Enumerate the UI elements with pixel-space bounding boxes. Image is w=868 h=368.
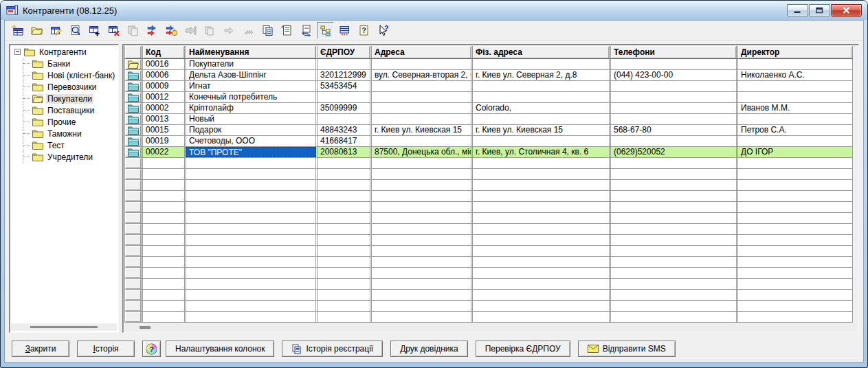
cell-phys_address[interactable]: Colorado, [472,103,610,113]
cell-address[interactable] [371,81,471,91]
column-settings-button[interactable]: Налаштування колонок [166,341,274,357]
cell-director[interactable]: Николаенко А.С. [737,70,853,80]
column-header-phones[interactable]: Телефони [610,46,737,58]
cell-phones[interactable] [610,136,737,146]
cell-name[interactable]: Подарок [186,125,316,135]
cell-edrpou[interactable]: 35099999 [317,103,370,113]
cell-phones[interactable]: 568-67-80 [610,125,737,135]
table-row[interactable]: 00019Счетоводы, ООО41668417 [124,136,853,147]
cell-name[interactable]: Конечный потребитель [186,92,316,102]
row-folder-icon[interactable] [124,114,142,124]
cell-director[interactable] [737,59,853,69]
cell-phones[interactable] [610,81,737,91]
move-item-icon[interactable] [144,22,161,39]
row-folder-icon[interactable] [124,147,142,157]
cell-code[interactable]: 00015 [142,125,185,135]
table-row[interactable]: 00002Кріптолайф35099999Colorado,Иванов М… [124,103,853,114]
cell-phones[interactable] [610,103,737,113]
help-icon[interactable]: ? [355,22,372,39]
document-icon[interactable] [278,22,296,39]
column-header-icon[interactable] [124,46,142,58]
column-header-name[interactable]: Найменування [186,46,316,58]
row-folder-icon[interactable] [124,125,142,135]
close-window-button[interactable] [831,4,862,17]
tree-item[interactable]: Покупатели [11,93,117,104]
edrpou-check-button[interactable]: Перевірка ЄДРПОУ [476,341,570,357]
cell-address[interactable] [371,136,471,146]
tree-root-item[interactable]: Контрагенти [11,46,117,58]
cell-edrpou[interactable]: 41668417 [317,136,370,146]
cell-address[interactable] [371,59,471,69]
table-row[interactable]: 00013Новый [124,114,853,125]
tree-view-icon[interactable] [317,22,334,39]
cell-phys_address[interactable]: г. Киев ул. Киевская 15 [472,125,610,135]
table-row[interactable]: 00012Конечный потребитель [124,92,853,103]
table-hscrollbar-thumb[interactable] [140,326,151,329]
new-record-icon[interactable] [9,22,26,39]
copy-icon[interactable] [259,22,276,39]
cell-name[interactable]: Игнат [186,81,316,91]
cell-phys_address[interactable] [472,136,610,146]
tree-item[interactable]: Банки [11,58,117,69]
column-header-address[interactable]: Адреса [371,46,471,58]
open-folder-icon[interactable] [28,22,45,39]
cell-director[interactable]: ДО ІГОР [737,147,853,157]
maximize-button[interactable] [809,4,830,17]
tree-item[interactable]: Нові (клієнт-банк) [11,69,117,81]
send-sms-button[interactable]: Відправити SMS [578,341,676,357]
cell-phys_address[interactable]: г. Киев ул. Северная 2, д.8 [472,70,610,80]
cell-edrpou[interactable]: 3201212999 [317,70,370,80]
cell-address[interactable]: г. Киев ул. Киевская 15 [371,125,471,135]
cell-edrpou[interactable] [317,92,370,102]
cell-edrpou[interactable]: 48843243 [317,125,370,135]
cell-code[interactable]: 00019 [142,136,185,146]
cell-director[interactable] [737,92,853,102]
tree-item[interactable]: Учредители [11,151,117,163]
table-hscrollbar[interactable] [124,323,857,331]
cell-address[interactable] [371,103,471,113]
column-header-code[interactable]: Код [142,46,185,58]
add-row-icon[interactable] [86,22,103,39]
context-help-icon[interactable]: ? [375,22,392,39]
cell-name[interactable]: Кріптолайф [186,103,316,113]
column-header-director[interactable]: Директор [737,46,853,58]
row-folder-icon[interactable] [124,59,142,69]
row-folder-icon[interactable] [124,103,142,113]
cell-director[interactable]: Иванов М.М. [737,103,853,113]
print-directory-button[interactable]: Друк довідника [390,341,468,357]
cell-address[interactable]: вул. Северная-вторая 2, бу, [371,70,471,80]
row-folder-icon[interactable] [124,136,142,146]
cell-name[interactable]: ТОВ "ПРОТЕ" [186,147,316,157]
cell-director[interactable] [737,136,853,146]
cell-address[interactable] [371,114,471,124]
tree-hscrollbar[interactable] [11,323,117,331]
column-header-phys_address[interactable]: Фіз. адреса [472,46,610,58]
cell-phones[interactable] [610,114,737,124]
cell-phones[interactable] [610,92,737,102]
table-view-icon[interactable] [336,22,353,39]
cell-phys_address[interactable] [472,81,610,91]
tree-item[interactable]: Перевозчики [11,81,117,93]
cell-director[interactable] [737,81,853,91]
cell-phys_address[interactable] [472,114,610,124]
table-row[interactable]: 00022ТОВ "ПРОТЕ"2008061387500, Донецька … [124,147,853,158]
tree-hscrollbar-thumb[interactable] [30,326,98,328]
table-row[interactable]: 00009Игнат53453454 [124,81,853,92]
edit-record-icon[interactable] [47,22,65,39]
cell-edrpou[interactable] [317,114,370,124]
cell-code[interactable]: 00002 [142,103,185,113]
cell-name[interactable]: Дельта Азов-Шіппінг [186,70,316,80]
column-header-edrpou[interactable]: ЄДРПОУ [317,46,370,58]
delete-row-icon[interactable] [105,22,122,39]
minimize-button[interactable] [787,4,808,17]
registration-history-button[interactable]: Історія реєстрації [282,341,383,357]
cell-name[interactable]: Счетоводы, ООО [186,136,316,146]
cell-phys_address[interactable] [472,59,610,69]
tree-item[interactable]: Таможни [11,128,117,139]
cell-edrpou[interactable]: 20080613 [317,147,370,157]
color-wheel-button[interactable]: ? [142,341,161,357]
row-folder-icon[interactable] [124,70,142,80]
row-folder-icon[interactable] [124,81,142,91]
row-folder-icon[interactable] [124,92,142,102]
table-row[interactable]: 00006Дельта Азов-Шіппінг3201212999вул. С… [124,70,853,81]
